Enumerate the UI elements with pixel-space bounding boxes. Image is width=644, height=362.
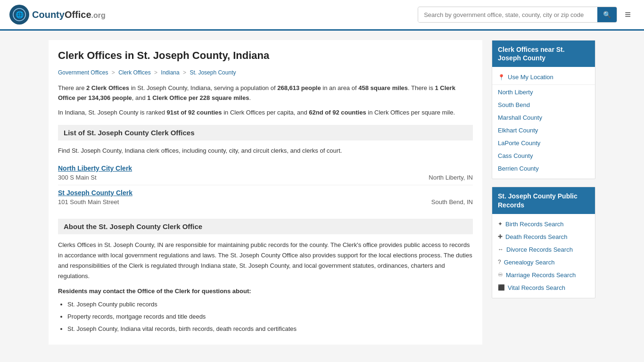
sidebar-item-genealogy[interactable]: ? Genealogy Search [492, 256, 595, 269]
nearby-link-3[interactable]: Elkhart County [498, 127, 538, 134]
birth-records-icon: ✦ [498, 221, 503, 227]
clerk-details-1: 300 S Main St North Liberty, IN [58, 174, 473, 181]
menu-icon[interactable]: ≡ [621, 7, 635, 23]
info-paragraph-2: In Indiana, St. Joseph County is ranked … [58, 108, 473, 118]
logo-county: County [32, 9, 65, 20]
records-card: St. Joseph County Public Records ✦ Birth… [492, 187, 595, 298]
sidebar-item-death-records[interactable]: ✚ Death Records Search [492, 230, 595, 243]
marriage-records-icon: ♾ [498, 272, 503, 278]
sidebar-item-marshall-county[interactable]: Marshall County [492, 111, 595, 124]
clerk-name-1[interactable]: North Liberty City Clerk [58, 165, 473, 172]
svg-text:🌐: 🌐 [16, 11, 24, 19]
clerk-address-2: 101 South Main Street [58, 198, 119, 206]
clerk-name-2[interactable]: St Joseph County Clerk [58, 189, 473, 197]
sidebar-item-marriage-records[interactable]: ♾ Marriage Records Search [492, 269, 595, 281]
bold-rank-capita: 91st of 92 counties [167, 109, 222, 116]
sidebar-item-north-liberty[interactable]: North Liberty [492, 86, 595, 99]
about-text: Clerks Offices in St. Joseph County, IN … [58, 240, 473, 281]
bold-2-clerk-offices: 2 Clerk Offices [86, 84, 129, 91]
logo-office: Office [65, 9, 91, 20]
sidebar-divider-0 [492, 84, 595, 85]
nearby-link-4[interactable]: LaPorte County [498, 140, 540, 147]
nearby-link-1[interactable]: South Bend [498, 101, 530, 108]
sidebar-item-berrien-county[interactable]: Berrien County [492, 162, 595, 175]
bullet-list: St. Joseph County public records Propert… [58, 298, 473, 335]
breadcrumb-stjoseph[interactable]: St. Joseph County [190, 69, 236, 76]
clerk-item-2: St Joseph County Clerk 101 South Main St… [58, 185, 473, 209]
nearby-link-5[interactable]: Cass County [498, 152, 533, 159]
location-pin-icon: 📍 [498, 74, 505, 81]
sidebar-item-cass-county[interactable]: Cass County [492, 149, 595, 162]
list-description: Find St. Joseph County, Indiana clerk of… [58, 146, 473, 156]
main-wrapper: Clerk Offices in St. Joseph County, Indi… [39, 31, 605, 354]
search-input[interactable] [418, 8, 597, 22]
bold-area: 458 square miles [358, 84, 408, 91]
sidebar: Clerk Offices near St. Joseph County 📍 U… [492, 40, 595, 345]
logo-area: 🌐 CountyOffice.org [9, 5, 106, 25]
use-location-label[interactable]: Use My Location [508, 74, 553, 81]
nearby-header: Clerk Offices near St. Joseph County [492, 41, 595, 67]
marriage-records-link[interactable]: Marriage Records Search [506, 272, 576, 279]
clerk-citystate-1: North Liberty, IN [429, 174, 473, 181]
divorce-records-link[interactable]: Divorce Records Search [506, 246, 573, 253]
bold-per-mile: 1 Clerk Office per 228 square miles [147, 94, 249, 101]
vital-records-link[interactable]: Vital Records Search [508, 284, 565, 291]
clerk-item-1: North Liberty City Clerk 300 S Main St N… [58, 161, 473, 185]
bold-population: 268,613 people [277, 84, 321, 91]
list-section-header: List of St. Joseph County Clerk Offices [58, 125, 473, 140]
vital-records-icon: ⬛ [498, 284, 505, 291]
sidebar-item-elkhart-county[interactable]: Elkhart County [492, 124, 595, 137]
sidebar-item-divorce-records[interactable]: ↔ Divorce Records Search [492, 243, 595, 256]
bullet-item-1: St. Joseph County public records [67, 298, 473, 311]
breadcrumb-clerk[interactable]: Clerk Offices [118, 69, 150, 76]
nearby-link-0[interactable]: North Liberty [498, 89, 533, 96]
sidebar-item-birth-records[interactable]: ✦ Birth Records Search [492, 218, 595, 230]
logo-icon: 🌐 [9, 5, 29, 25]
genealogy-link[interactable]: Genealogy Search [504, 259, 555, 266]
clerks-list: North Liberty City Clerk 300 S Main St N… [58, 161, 473, 209]
search-wrapper: 🔍 [418, 7, 617, 23]
breadcrumb-sep3: > [183, 69, 188, 76]
breadcrumb: Government Offices > Clerk Offices > Ind… [58, 69, 473, 76]
sidebar-item-vital-records[interactable]: ⬛ Vital Records Search [492, 281, 595, 294]
search-area: 🔍 ≡ [418, 7, 635, 23]
content-area: Clerk Offices in St. Joseph County, Indi… [49, 40, 482, 345]
residents-heading: Residents may contact the Office of the … [58, 288, 473, 295]
clerk-address-1: 300 S Main St [58, 174, 97, 181]
breadcrumb-indiana[interactable]: Indiana [161, 69, 179, 76]
clerk-details-2: 101 South Main Street South Bend, IN [58, 198, 473, 206]
sidebar-item-south-bend[interactable]: South Bend [492, 99, 595, 111]
use-location-item[interactable]: 📍 Use My Location [492, 71, 595, 83]
death-records-link[interactable]: Death Records Search [505, 233, 568, 240]
search-button[interactable]: 🔍 [597, 7, 617, 22]
info-paragraph-1: There are 2 Clerk Offices in St. Joseph … [58, 83, 473, 103]
genealogy-icon: ? [498, 259, 501, 265]
nearby-link-6[interactable]: Berrien County [498, 165, 539, 172]
search-icon: 🔍 [603, 11, 611, 18]
nearby-body: 📍 Use My Location North Liberty South Be… [492, 67, 595, 179]
bullet-item-2: Property records, mortgage records and t… [67, 311, 473, 323]
death-records-icon: ✚ [498, 233, 503, 240]
breadcrumb-sep1: > [112, 69, 116, 76]
breadcrumb-sep2: > [154, 69, 159, 76]
nearby-card: Clerk Offices near St. Joseph County 📍 U… [492, 40, 595, 179]
page-title: Clerk Offices in St. Joseph County, Indi… [58, 49, 473, 62]
clerk-citystate-2: South Bend, IN [431, 198, 473, 206]
records-body: ✦ Birth Records Search ✚ Death Records S… [492, 214, 595, 298]
logo-text: CountyOffice.org [32, 9, 106, 20]
records-header: St. Joseph County Public Records [492, 187, 595, 214]
divorce-records-icon: ↔ [498, 246, 504, 253]
header: 🌐 CountyOffice.org 🔍 ≡ [0, 0, 644, 31]
bold-rank-mile: 62nd of 92 counties [309, 109, 366, 116]
breadcrumb-govt[interactable]: Government Offices [58, 69, 108, 76]
logo-org: .org [91, 11, 106, 19]
bullet-item-3: St. Joseph County, Indiana vital records… [67, 323, 473, 335]
sidebar-item-laporte-county[interactable]: LaPorte County [492, 137, 595, 149]
birth-records-link[interactable]: Birth Records Search [505, 221, 564, 228]
about-section-header: About the St. Joseph County Clerk Office [58, 219, 473, 234]
nearby-link-2[interactable]: Marshall County [498, 114, 542, 121]
